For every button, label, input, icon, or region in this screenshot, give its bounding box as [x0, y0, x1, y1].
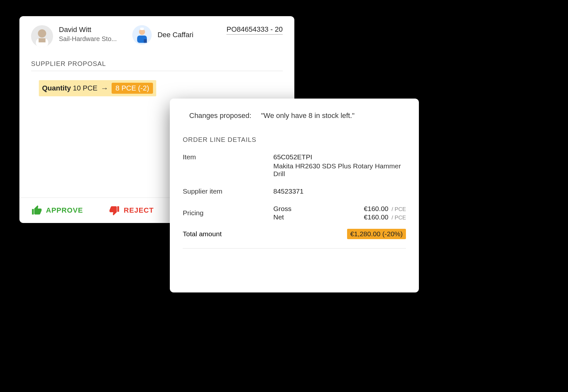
pricing-block: Gross €160.00 / PCE Net €160.00 / PCE	[273, 205, 406, 221]
quantity-change-row: Quantity 10 PCE → 8 PCE (-2)	[39, 80, 156, 96]
gross-unit: / PCE	[392, 206, 406, 212]
reject-button[interactable]: REJECT	[109, 205, 154, 216]
quantity-label: Quantity	[42, 84, 71, 92]
arrow-right-icon: →	[101, 84, 108, 93]
proposal-section-title: SUPPLIER PROPOSAL	[31, 60, 283, 71]
quantity-new-badge: 8 PCE (-2)	[112, 83, 153, 94]
changes-text: "We only have 8 in stock left."	[261, 111, 355, 120]
divider	[183, 248, 406, 249]
item-row: Item 65C052ETPI Makita HR2630 SDS Plus R…	[170, 151, 419, 180]
card-header: David Witt Sail-Hardware Sto... Dee Caff…	[19, 16, 294, 47]
order-section-title: ORDER LINE DETAILS	[183, 136, 406, 143]
thumbs-down-icon	[109, 205, 120, 216]
total-label: Total amount	[183, 230, 222, 238]
net-unit: / PCE	[392, 215, 406, 221]
supplier-item-row: Supplier item 84523371	[170, 185, 419, 197]
supplier-item-value: 84523371	[273, 187, 406, 195]
net-line: Net €160.00 / PCE	[273, 213, 406, 221]
svg-point-1	[38, 29, 46, 38]
gross-label: Gross	[273, 205, 291, 213]
reject-label: REJECT	[124, 206, 154, 215]
buyer-info: David Witt Sail-Hardware Sto...	[59, 25, 117, 43]
changes-proposed-line: Changes proposed: "We only have 8 in sto…	[170, 99, 419, 133]
svg-rect-8	[144, 39, 147, 43]
supplier-avatar	[132, 25, 152, 45]
approve-label: APPROVE	[46, 206, 83, 215]
supplier-name: Dee Caffari	[158, 30, 193, 40]
net-label: Net	[273, 213, 284, 221]
order-details-card: Changes proposed: "We only have 8 in sto…	[170, 99, 419, 292]
quantity-old: 10 PCE	[73, 84, 97, 92]
svg-rect-3	[38, 38, 45, 42]
changes-label: Changes proposed:	[189, 111, 251, 120]
pricing-label: Pricing	[183, 209, 273, 217]
supplier-block: Dee Caffari	[132, 25, 193, 45]
item-value: 65C052ETPI Makita HR2630 SDS Plus Rotary…	[273, 153, 406, 178]
supplier-item-label: Supplier item	[183, 187, 273, 195]
total-amount-badge: €1,280.00 (-20%)	[347, 229, 406, 239]
pricing-row: Pricing Gross €160.00 / PCE Net €160.00 …	[170, 203, 419, 223]
buyer-name: David Witt	[59, 25, 117, 35]
net-value: €160.00	[364, 213, 388, 221]
gross-value: €160.00	[364, 205, 388, 212]
thumbs-up-icon	[31, 205, 42, 216]
total-row: Total amount €1,280.00 (-20%)	[170, 223, 419, 239]
item-description: Makita HR2630 SDS Plus Rotary Hammer Dri…	[273, 162, 406, 178]
gross-line: Gross €160.00 / PCE	[273, 205, 406, 213]
buyer-avatar	[31, 25, 53, 47]
approve-button[interactable]: APPROVE	[31, 205, 83, 216]
buyer-company: Sail-Hardware Sto...	[59, 35, 117, 43]
item-label: Item	[183, 153, 273, 178]
svg-rect-7	[140, 28, 144, 30]
item-code: 65C052ETPI	[273, 153, 406, 161]
po-number[interactable]: PO84654333 - 20	[226, 25, 283, 35]
